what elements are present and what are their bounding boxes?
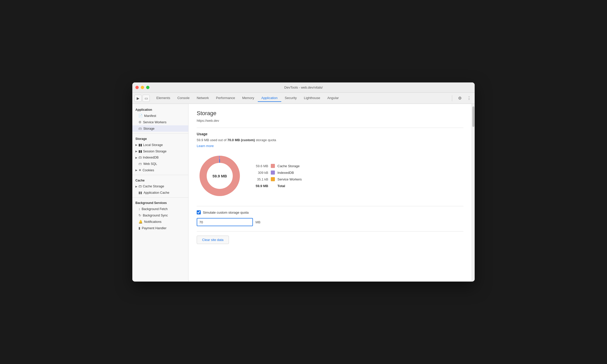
legend-item-indexeddb: 309 kB IndexedDB — [253, 171, 302, 175]
sidebar-item-storage-label: Storage — [143, 127, 155, 130]
sidebar-item-manifest[interactable]: 📄 Manifest — [132, 113, 188, 119]
sidebar-divider-1 — [132, 133, 188, 134]
simulate-quota-checkbox[interactable] — [197, 210, 201, 214]
donut-center-label: 59.9 MB — [213, 174, 227, 178]
close-button[interactable] — [135, 86, 139, 89]
legend-dot-indexeddb — [271, 171, 275, 175]
divider-2 — [197, 206, 463, 206]
toolbar: ▶ ▭ Elements Console Network Performance… — [132, 93, 475, 104]
quota-input[interactable] — [197, 218, 253, 226]
sidebar-item-cache-storage-label: Cache Storage — [143, 185, 164, 188]
minimize-button[interactable] — [141, 86, 144, 89]
application-cache-icon: ▮▮ — [138, 191, 142, 195]
chart-area: 59.9 MB 59.6 MB Cache Storage 309 kB Ind… — [197, 153, 463, 199]
expand-arrow-local-storage: ▶ — [135, 143, 137, 146]
legend-value-service-workers: 35.1 kB — [253, 177, 268, 181]
sidebar-item-session-storage-label: Session Storage — [143, 150, 167, 153]
sidebar-item-manifest-label: Manifest — [144, 114, 156, 118]
sidebar-item-cookies[interactable]: ▶ ☀ Cookies — [132, 167, 188, 173]
simulate-quota-label[interactable]: Simulate custom storage quota — [203, 211, 249, 214]
manifest-icon: 📄 — [138, 114, 143, 118]
background-fetch-icon: ↕ — [138, 207, 140, 211]
legend-item-total: 59.9 MB Total — [253, 184, 302, 188]
usage-section-title: Usage — [197, 132, 463, 136]
sidebar-item-background-fetch-label: Background Fetch — [142, 207, 168, 211]
sidebar-item-background-sync[interactable]: ↻ Background Sync — [132, 212, 188, 219]
toolbar-right: ⚙ ⋮ — [456, 95, 473, 102]
storage-icon: 🗃 — [138, 127, 142, 130]
sidebar-section-bg-services: Background Services — [132, 199, 188, 206]
sidebar-item-application-cache[interactable]: ▮▮ Application Cache — [132, 189, 188, 196]
sidebar-item-notifications[interactable]: 🔔 Notifications — [132, 219, 188, 225]
sidebar-item-service-workers[interactable]: ⚙ Service Workers — [132, 119, 188, 125]
sidebar-section-cache: Cache — [132, 177, 188, 183]
maximize-button[interactable] — [146, 86, 149, 89]
notifications-icon: 🔔 — [138, 220, 143, 224]
divider-3 — [197, 231, 463, 232]
content-panel: Storage https://web.dev Usage 59.9 MB us… — [189, 104, 472, 282]
expand-arrow-cookies: ▶ — [135, 169, 137, 172]
toolbar-icons: ▶ ▭ — [134, 95, 150, 102]
legend-value-cache-storage: 59.6 MB — [253, 164, 268, 168]
tab-lighthouse[interactable]: Lighthouse — [300, 94, 324, 102]
sidebar-item-local-storage[interactable]: ▶ ▮▮ Local Storage — [132, 142, 188, 148]
tab-list: Elements Console Network Performance Mem… — [153, 94, 450, 102]
cache-storage-icon: 🗃 — [138, 185, 142, 188]
clear-site-data-button[interactable]: Clear site data — [197, 236, 229, 244]
sidebar-item-payment-handler[interactable]: ▮ Payment Handler — [132, 225, 188, 231]
web-sql-icon: 🗃 — [138, 162, 142, 166]
legend-label-total: Total — [277, 184, 285, 188]
sidebar-section-application: Application — [132, 106, 188, 113]
session-storage-icon: ▮▮ — [138, 149, 142, 153]
learn-more-link[interactable]: Learn more — [197, 144, 214, 148]
divider-1 — [197, 128, 463, 128]
sidebar-item-payment-handler-label: Payment Handler — [142, 226, 167, 230]
payment-handler-icon: ▮ — [138, 226, 140, 230]
legend-label-indexeddb: IndexedDB — [277, 171, 294, 175]
sidebar-item-background-sync-label: Background Sync — [143, 214, 168, 217]
sidebar-item-web-sql-label: Web SQL — [143, 162, 157, 166]
cursor-icon[interactable]: ▶ — [134, 95, 142, 102]
legend-value-total: 59.9 MB — [253, 184, 268, 188]
expand-arrow-session-storage: ▶ — [135, 150, 137, 153]
settings-icon[interactable]: ⚙ — [456, 95, 463, 102]
sidebar-item-storage[interactable]: 🗃 Storage — [132, 125, 188, 132]
cookies-icon: ☀ — [138, 168, 142, 172]
sidebar-item-cache-storage[interactable]: ▶ 🗃 Cache Storage — [132, 183, 188, 189]
sidebar-item-application-cache-label: Application Cache — [144, 191, 169, 195]
device-icon[interactable]: ▭ — [143, 95, 150, 102]
usage-bold: 70.0 MB (custom) — [227, 138, 255, 142]
traffic-lights — [135, 86, 149, 89]
sidebar-item-indexeddb-label: IndexedDB — [143, 156, 159, 159]
more-icon[interactable]: ⋮ — [465, 95, 473, 102]
usage-suffix: storage quota — [255, 138, 276, 142]
legend-dot-service-workers — [271, 177, 275, 181]
tab-angular[interactable]: Angular — [324, 94, 342, 102]
tab-performance[interactable]: Performance — [213, 94, 239, 102]
sidebar-item-local-storage-label: Local Storage — [143, 143, 163, 147]
titlebar: DevTools - web.dev/vitals/ — [132, 82, 475, 93]
sidebar-item-background-fetch[interactable]: ↕ Background Fetch — [132, 206, 188, 212]
tab-application[interactable]: Application — [258, 94, 281, 102]
sidebar-item-session-storage[interactable]: ▶ ▮▮ Session Storage — [132, 148, 188, 154]
scrollbar-thumb[interactable] — [472, 106, 474, 127]
indexeddb-icon: 🗃 — [138, 156, 142, 159]
legend-dot-cache-storage — [271, 164, 275, 168]
sidebar-section-storage: Storage — [132, 135, 188, 142]
sidebar-item-indexeddb[interactable]: ▶ 🗃 IndexedDB — [132, 154, 188, 161]
background-sync-icon: ↻ — [138, 213, 141, 217]
tab-network[interactable]: Network — [193, 94, 213, 102]
tab-console[interactable]: Console — [174, 94, 193, 102]
quota-unit: MB — [255, 220, 261, 224]
window-title: DevTools - web.dev/vitals/ — [284, 86, 323, 89]
legend-label-service-workers: Service Workers — [277, 177, 302, 181]
tab-security[interactable]: Security — [281, 94, 300, 102]
page-title: Storage — [197, 110, 463, 117]
sidebar-item-web-sql[interactable]: 🗃 Web SQL — [132, 161, 188, 167]
tab-elements[interactable]: Elements — [153, 94, 174, 102]
scrollbar-track[interactable] — [472, 104, 475, 282]
sidebar-item-service-workers-label: Service Workers — [143, 120, 166, 124]
service-workers-icon: ⚙ — [138, 120, 142, 124]
tab-memory[interactable]: Memory — [239, 94, 258, 102]
legend-label-cache-storage: Cache Storage — [277, 164, 300, 168]
